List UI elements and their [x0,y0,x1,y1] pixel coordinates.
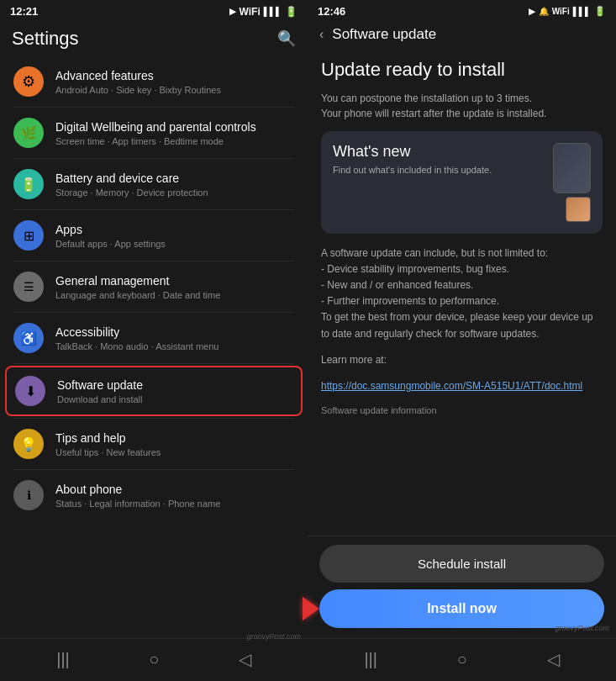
settings-item-software-update[interactable]: ⬇ Software update Download and install [5,366,303,416]
software-update-icon: ⬇ [15,376,45,406]
install-btn-wrapper: Install now [319,589,604,628]
digital-wellbeing-icon: 🌿 [13,118,44,148]
right-time: 12:46 [318,5,345,18]
schedule-install-button[interactable]: Schedule install [319,545,604,583]
whats-new-text: What's new Find out what's included in t… [333,143,545,177]
divider-6 [13,363,294,364]
divider-4 [13,261,294,261]
settings-item-battery[interactable]: 🔋 Battery and device care Storage · Memo… [5,161,303,208]
left-status-icons: ▶ WiFi ▌▌▌ 🔋 [229,6,297,18]
left-bottom-nav: ||| ○ ◁ [0,638,308,681]
signal-icon: ▌▌▌ [264,7,282,16]
media-icon: ▶ [229,7,236,16]
advanced-features-title: Advanced features [55,68,294,83]
settings-item-about[interactable]: ℹ About phone Status · Legal information… [5,472,303,519]
tips-subtitle: Useful tips · New features [55,447,294,457]
right-header: ‹ Software update [308,21,616,50]
accessibility-subtitle: TalkBack · Mono audio · Assistant menu [55,341,294,351]
battery-care-icon: 🔋 [13,169,44,199]
right-nav-recent[interactable]: ||| [355,647,386,673]
right-nav-back[interactable]: ◁ [539,646,568,673]
about-subtitle: Status · Legal information · Phone name [55,499,294,509]
settings-item-accessibility[interactable]: ♿ Accessibility TalkBack · Mono audio · … [5,314,303,362]
accessibility-title: Accessibility [55,325,294,340]
tips-icon: 💡 [13,429,44,459]
software-update-subtitle: Download and install [57,394,292,404]
accessibility-icon: ♿ [13,323,44,353]
settings-item-general[interactable]: ☰ General management Language and keyboa… [5,263,303,310]
right-status-bar: 12:46 ▶ 🔔 WiFi ▌▌▌ 🔋 [308,0,616,21]
update-link[interactable]: https://doc.samsungmobile.com/SM-A515U1/… [321,378,603,393]
advanced-features-icon: ⚙ [13,66,44,97]
divider-5 [13,312,294,313]
update-title: Update ready to install [321,58,603,82]
face-thumbnail [566,197,591,222]
tips-text: Tips and help Useful tips · New features [55,430,294,457]
advanced-features-subtitle: Android Auto · Side key · Bixby Routines [55,85,294,95]
right-watermark: groovyPost.com [555,624,609,632]
right-content: Update ready to install You can postpone… [308,50,616,536]
wifi-icon: WiFi [240,6,261,18]
right-notify-icon: 🔔 [539,7,549,16]
digital-wellbeing-title: Digital Wellbeing and parental controls [55,119,294,135]
divider-1 [13,107,294,108]
divider-3 [13,209,294,210]
right-signal-icon: ▌▌▌ [573,7,591,16]
settings-item-digital-wellbeing[interactable]: 🌿 Digital Wellbeing and parental control… [5,109,303,156]
general-text: General management Language and keyboard… [55,273,294,299]
about-title: About phone [55,482,294,497]
settings-list: ⚙ Advanced features Android Auto · Side … [0,58,308,638]
software-update-text: Software update Download and install [57,377,292,404]
search-button[interactable]: 🔍 [277,29,296,48]
battery-title: Battery and device care [55,171,294,186]
digital-wellbeing-subtitle: Screen time · App timers · Bedtime mode [55,136,294,146]
right-status-icons: ▶ 🔔 WiFi ▌▌▌ 🔋 [529,6,606,17]
left-time: 12:21 [10,5,38,18]
right-header-title: Software update [332,26,436,43]
left-header: Settings 🔍 [0,21,308,58]
left-nav-home[interactable]: ○ [140,647,167,673]
left-nav-recent[interactable]: ||| [48,647,78,673]
accessibility-text: Accessibility TalkBack · Mono audio · As… [55,325,294,351]
divider-7 [13,418,294,419]
whats-new-subtitle: Find out what's included in this update. [333,164,545,177]
divider-8 [13,469,294,470]
bottom-actions: Schedule install Install now [308,536,616,638]
battery-text: Battery and device care Storage · Memory… [55,171,294,197]
software-update-title: Software update [57,377,292,393]
apps-text: Apps Default apps · App settings [55,222,294,248]
phone-thumbnail [553,143,591,193]
whats-new-title: What's new [333,143,545,161]
general-management-icon: ☰ [13,272,44,302]
battery-icon: 🔋 [285,6,297,18]
apps-title: Apps [55,222,294,237]
apps-icon: ⊞ [13,220,44,251]
section-label: Software update information [321,405,603,415]
install-now-button[interactable]: Install now [319,589,604,628]
learn-more-label: Learn more at: [321,352,603,368]
advanced-features-text: Advanced features Android Auto · Side ke… [55,68,294,94]
arrow-indicator [303,597,319,620]
update-notice: You can postpone the installation up to … [321,91,603,121]
update-description: A software update can include, but is no… [321,245,603,342]
back-button[interactable]: ‹ [319,27,324,42]
general-title: General management [55,273,294,288]
settings-item-advanced-features[interactable]: ⚙ Advanced features Android Auto · Side … [5,58,303,105]
left-panel: 12:21 ▶ WiFi ▌▌▌ 🔋 Settings 🔍 ⚙ Advanced… [0,0,308,681]
apps-subtitle: Default apps · App settings [55,239,294,249]
right-nav-home[interactable]: ○ [449,647,476,673]
settings-item-apps[interactable]: ⊞ Apps Default apps · App settings [5,212,303,259]
tips-title: Tips and help [55,430,294,446]
right-panel: 12:46 ▶ 🔔 WiFi ▌▌▌ 🔋 ‹ Software update U… [308,0,616,681]
right-bottom-nav: ||| ○ ◁ [308,638,616,681]
divider-2 [13,158,294,159]
right-battery-icon: 🔋 [594,6,606,17]
left-nav-back[interactable]: ◁ [230,646,260,673]
battery-subtitle: Storage · Memory · Device protection [55,187,294,198]
left-status-bar: 12:21 ▶ WiFi ▌▌▌ 🔋 [0,0,308,21]
right-wifi-icon: WiFi [552,7,570,16]
settings-item-tips[interactable]: 💡 Tips and help Useful tips · New featur… [5,420,303,467]
whats-new-card: What's new Find out what's included in t… [321,131,603,234]
left-watermark: groovyPost.com [246,632,301,641]
general-subtitle: Language and keyboard · Date and time [55,290,294,300]
